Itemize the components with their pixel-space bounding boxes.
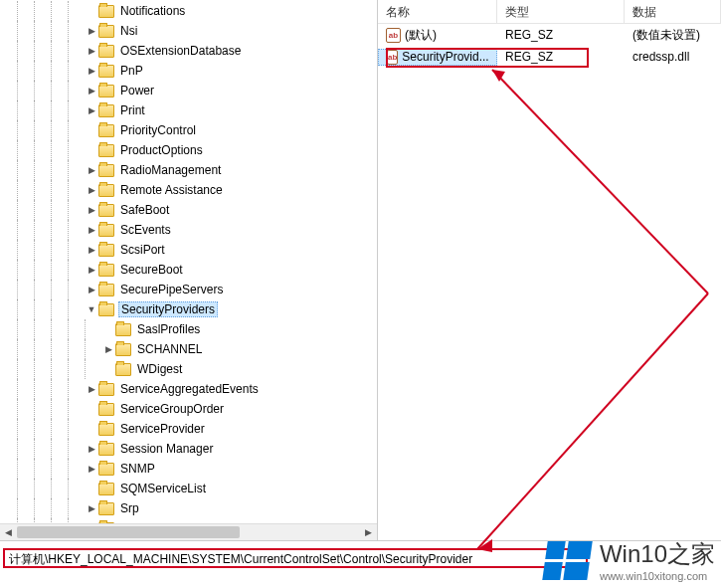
tree-item-label: Session Manager <box>118 442 215 456</box>
tree-item[interactable]: ▶Session Manager <box>0 439 377 459</box>
folder-icon <box>98 204 114 217</box>
tree-item[interactable]: ▶PnP <box>0 61 377 81</box>
folder-icon <box>98 85 114 98</box>
folder-icon <box>98 5 114 18</box>
value-type-cell: REG_SZ <box>497 50 625 64</box>
tree-item[interactable]: ▶OSExtensionDatabase <box>0 41 377 61</box>
tree-item[interactable]: ▶ScEvents <box>0 220 377 240</box>
list-row[interactable]: ab(默认)REG_SZ(数值未设置) <box>378 24 721 46</box>
tree-item[interactable]: ▶WDigest <box>0 359 377 379</box>
horizontal-scrollbar[interactable]: ◀ ▶ <box>0 523 377 540</box>
tree-item[interactable]: ▶ProductOptions <box>0 140 377 160</box>
tree-item-label: RadioManagement <box>118 163 223 177</box>
folder-icon <box>98 483 114 495</box>
value-name-cell: ab(默认) <box>378 27 497 44</box>
tree-item-label: SecureBoot <box>118 263 185 277</box>
expand-icon[interactable]: ▶ <box>85 44 98 58</box>
tree-item-label: Print <box>118 103 147 117</box>
column-header-data[interactable]: 数据 <box>625 0 721 23</box>
tree-item-label: SCHANNEL <box>135 342 204 356</box>
folder-icon <box>98 502 114 515</box>
expand-icon[interactable]: ▶ <box>85 243 98 257</box>
expand-icon[interactable]: ▶ <box>85 163 98 177</box>
watermark-url: www.win10xitong.com <box>600 570 715 582</box>
expand-icon[interactable]: ▶ <box>85 203 98 217</box>
expand-icon[interactable]: ▶ <box>85 183 98 197</box>
folder-icon <box>98 303 114 316</box>
expand-icon[interactable]: ▶ <box>85 24 98 38</box>
tree-item-label: ServiceAggregatedEvents <box>118 382 261 396</box>
folder-icon <box>98 383 114 396</box>
folder-icon <box>98 124 114 137</box>
tree-item[interactable]: ▶ScsiPort <box>0 240 377 260</box>
folder-icon <box>98 423 114 436</box>
tree-item[interactable]: ▶SCHANNEL <box>0 339 377 359</box>
tree-item-label: ServiceGroupOrder <box>118 402 226 416</box>
tree-item[interactable]: ▶PriorityControl <box>0 120 377 140</box>
tree-item[interactable]: ▶ServiceAggregatedEvents <box>0 379 377 399</box>
expand-icon[interactable]: ▶ <box>85 501 98 515</box>
folder-icon <box>98 443 114 456</box>
registry-tree-pane[interactable]: ▶Notifications▶Nsi▶OSExtensionDatabase▶P… <box>0 0 378 540</box>
tree-item[interactable]: ▶Notifications <box>0 1 377 21</box>
tree-item-label: SafeBoot <box>118 203 171 217</box>
tree-item[interactable]: ▶Power <box>0 81 377 100</box>
tree-item[interactable]: ▶SecurePipeServers <box>0 280 377 299</box>
tree-item-label: PnP <box>118 64 145 78</box>
tree-item-label: Nsi <box>118 24 139 38</box>
expand-icon[interactable]: ▶ <box>85 64 98 78</box>
tree-item[interactable]: ▶ServiceGroupOrder <box>0 399 377 419</box>
scroll-right-button[interactable]: ▶ <box>360 524 377 540</box>
scroll-left-button[interactable]: ◀ <box>0 524 17 540</box>
folder-icon <box>98 65 114 78</box>
windows-logo-icon <box>542 541 592 580</box>
expand-icon[interactable]: ▶ <box>101 342 115 356</box>
expand-icon[interactable]: ▶ <box>85 462 98 476</box>
tree-item[interactable]: ▶SafeBoot <box>0 200 377 220</box>
expand-icon[interactable]: ▶ <box>85 223 98 237</box>
list-header: 名称 类型 数据 <box>378 0 721 24</box>
expand-icon[interactable]: ▶ <box>85 283 98 296</box>
collapse-icon[interactable]: ▼ <box>85 302 98 316</box>
folder-icon <box>98 164 114 177</box>
tree-item[interactable]: ▶Print <box>0 100 377 120</box>
list-row[interactable]: abSecurityProvid...REG_SZcredssp.dll <box>378 46 721 68</box>
string-value-icon: ab <box>386 28 401 43</box>
scroll-track[interactable] <box>17 524 360 540</box>
expand-icon[interactable]: ▶ <box>85 382 98 396</box>
folder-icon <box>98 463 114 476</box>
tree-item[interactable]: ▼SecurityProviders <box>0 299 377 319</box>
tree-item[interactable]: ▶SecureBoot <box>0 260 377 280</box>
tree-item[interactable]: ▶Srp <box>0 498 377 518</box>
column-header-name[interactable]: 名称 <box>378 0 497 23</box>
tree-item[interactable]: ▶SNMP <box>0 459 377 479</box>
tree-item-label: SecurityProviders <box>118 301 218 317</box>
address-bar[interactable]: 计算机\HKEY_LOCAL_MACHINE\SYSTEM\CurrentCon… <box>3 548 588 568</box>
tree-item-label: Power <box>118 84 156 98</box>
folder-icon <box>98 403 114 416</box>
registry-value-list[interactable]: 名称 类型 数据 ab(默认)REG_SZ(数值未设置)abSecurityPr… <box>378 0 721 540</box>
value-data-cell: credssp.dll <box>625 50 721 64</box>
tree-item[interactable]: ▶Remote Assistance <box>0 180 377 200</box>
watermark-brand: Win10之家 <box>600 538 715 570</box>
tree-item[interactable]: ▶SaslProfiles <box>0 319 377 339</box>
folder-icon <box>98 184 114 197</box>
folder-icon <box>98 284 114 296</box>
scroll-thumb[interactable] <box>17 526 240 538</box>
expand-icon[interactable]: ▶ <box>85 84 98 98</box>
tree-item-label: ScsiPort <box>118 243 167 257</box>
tree-item[interactable]: ▶Nsi <box>0 21 377 41</box>
expand-icon[interactable]: ▶ <box>85 263 98 277</box>
expand-icon[interactable]: ▶ <box>85 103 98 117</box>
folder-icon <box>115 323 131 336</box>
tree-item-label: Remote Assistance <box>118 183 225 197</box>
folder-icon <box>98 104 114 117</box>
column-header-type[interactable]: 类型 <box>497 0 625 23</box>
watermark: Win10之家 www.win10xitong.com <box>545 538 715 582</box>
expand-icon[interactable]: ▶ <box>85 442 98 456</box>
tree-item[interactable]: ▶ServiceProvider <box>0 419 377 439</box>
tree-item-label: OSExtensionDatabase <box>118 44 243 58</box>
tree-item[interactable]: ▶SQMServiceList <box>0 479 377 498</box>
tree-item[interactable]: ▶RadioManagement <box>0 160 377 180</box>
value-data-cell: (数值未设置) <box>625 27 721 44</box>
